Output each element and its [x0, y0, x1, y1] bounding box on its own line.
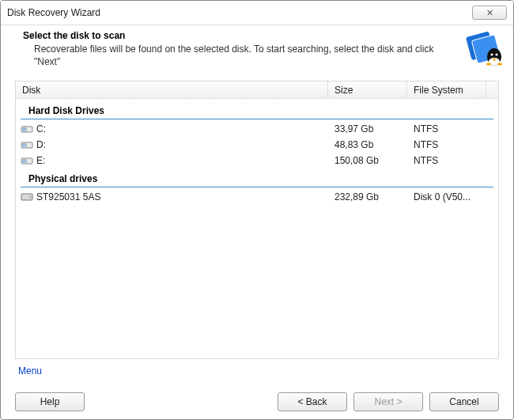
- close-icon: ✕: [486, 8, 493, 18]
- svg-point-5: [495, 53, 497, 55]
- list-item[interactable]: C: 33,97 Gb NTFS: [16, 121, 498, 137]
- svg-point-7: [486, 63, 491, 66]
- page-subtext: Recoverable files will be found on the s…: [23, 43, 494, 68]
- disk-list-body: Hard Disk Drives C: 33,97 Gb NTFS D: 48,…: [16, 99, 498, 358]
- svg-rect-14: [23, 160, 26, 162]
- column-header-spacer: [486, 81, 498, 98]
- group-physical-drives: Physical drives: [21, 170, 493, 187]
- list-item[interactable]: E: 150,08 Gb NTFS: [16, 153, 498, 168]
- back-button[interactable]: < Back: [278, 392, 347, 411]
- disk-filesystem: NTFS: [407, 155, 486, 166]
- disk-size: 48,83 Gb: [328, 139, 407, 150]
- disk-name: C:: [36, 123, 46, 134]
- group-hard-disk-drives: Hard Disk Drives: [21, 102, 493, 119]
- wizard-hero-icon: [464, 28, 502, 66]
- list-item[interactable]: ST925031 5AS 232,89 Gb Disk 0 (V50...: [16, 189, 498, 205]
- page-title: Select the disk to scan: [23, 30, 494, 41]
- svg-point-16: [29, 196, 31, 198]
- titlebar: Disk Recovery Wizard ✕: [1, 1, 513, 25]
- volume-icon: [21, 124, 33, 134]
- svg-rect-12: [23, 144, 26, 146]
- column-header-size[interactable]: Size: [328, 81, 407, 98]
- menu-link[interactable]: Menu: [18, 365, 42, 376]
- cancel-button[interactable]: Cancel: [429, 392, 499, 411]
- physical-drive-icon: [21, 192, 33, 202]
- window-title: Disk Recovery Wizard: [7, 7, 100, 18]
- close-button[interactable]: ✕: [472, 6, 507, 20]
- disk-name: E:: [36, 155, 45, 166]
- disk-filesystem: Disk 0 (V50...: [407, 191, 486, 202]
- disk-size: 150,08 Gb: [328, 155, 407, 166]
- column-headers: Disk Size File System: [16, 81, 498, 99]
- wizard-header: Select the disk to scan Recoverable file…: [1, 25, 513, 76]
- svg-point-4: [490, 53, 493, 55]
- disk-name: D:: [36, 139, 46, 150]
- list-item[interactable]: D: 48,83 Gb NTFS: [16, 137, 498, 153]
- volume-icon: [21, 156, 33, 165]
- next-button[interactable]: Next >: [353, 392, 423, 411]
- column-header-disk[interactable]: Disk: [16, 81, 328, 98]
- help-button[interactable]: Help: [15, 392, 85, 411]
- disk-name: ST925031 5AS: [36, 191, 100, 202]
- volume-icon: [21, 140, 33, 149]
- column-header-filesystem[interactable]: File System: [407, 81, 486, 98]
- svg-point-8: [497, 63, 502, 66]
- disk-size: 232,89 Gb: [328, 191, 407, 202]
- disk-size: 33,97 Gb: [328, 123, 407, 134]
- disk-filesystem: NTFS: [407, 123, 486, 134]
- disk-list-panel: Disk Size File System Hard Disk Drives C…: [15, 81, 499, 359]
- footer-buttons: Help < Back Next > Cancel: [15, 392, 499, 411]
- disk-filesystem: NTFS: [407, 139, 486, 150]
- svg-rect-10: [23, 128, 26, 131]
